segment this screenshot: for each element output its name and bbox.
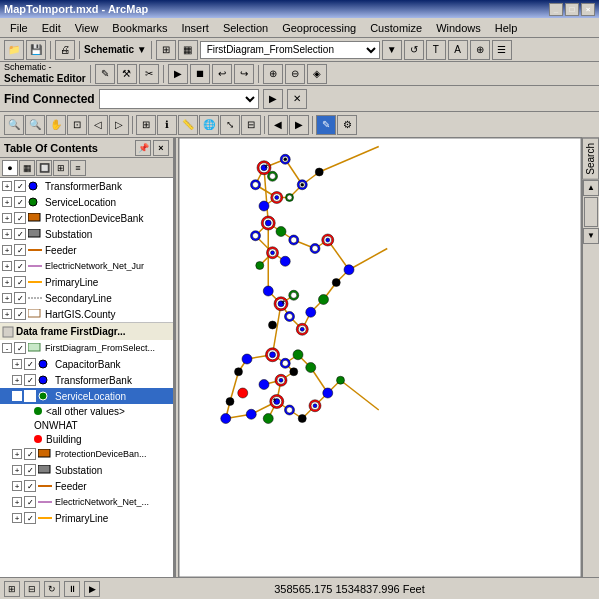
menu-windows[interactable]: Windows — [430, 20, 487, 36]
toc-tb-4[interactable]: ⊞ — [53, 160, 69, 176]
settings-button[interactable]: ⚙ — [337, 115, 357, 135]
tool-btn-5[interactable]: A — [448, 40, 468, 60]
print-button[interactable]: 🖨 — [55, 40, 75, 60]
check-protection[interactable]: ✓ — [14, 212, 26, 224]
menu-selection[interactable]: Selection — [217, 20, 274, 36]
schema-btn-4[interactable]: ▶ — [168, 64, 188, 84]
check-electric[interactable]: ✓ — [14, 260, 26, 272]
status-btn-2[interactable]: ⊟ — [24, 581, 40, 597]
first-diagram-layer[interactable]: - ✓ FirstDiagram_FromSelect... — [0, 340, 173, 356]
close-button[interactable]: × — [581, 3, 595, 16]
menu-customize[interactable]: Customize — [364, 20, 428, 36]
service-location-sub[interactable]: - ✓ ServiceLocation — [0, 388, 173, 404]
edit-button[interactable]: ✎ — [316, 115, 336, 135]
forward-extent-button[interactable]: ▷ — [109, 115, 129, 135]
scroll-down[interactable]: ▼ — [583, 228, 599, 244]
menu-file[interactable]: File — [4, 20, 34, 36]
substation-sub[interactable]: + ✓ Substation — [0, 462, 173, 478]
maximize-button[interactable]: □ — [565, 3, 579, 16]
schema-btn-9[interactable]: ⊖ — [285, 64, 305, 84]
expand-substation-sub[interactable]: + — [12, 465, 22, 475]
check-feeder-sub[interactable]: ✓ — [24, 480, 36, 492]
zoom-selected[interactable]: ⊞ — [136, 115, 156, 135]
primary-line-sub[interactable]: + ✓ PrimaryLine — [0, 510, 173, 526]
menu-bookmarks[interactable]: Bookmarks — [106, 20, 173, 36]
diagram-combo[interactable]: FirstDiagram_FromSelection — [200, 41, 380, 59]
expand-service[interactable]: + — [2, 197, 12, 207]
layer-feeder[interactable]: + ✓ Feeder — [0, 242, 173, 258]
fit-button[interactable]: ⊟ — [241, 115, 261, 135]
layer-primary-line[interactable]: + ✓ PrimaryLine — [0, 274, 173, 290]
pan-button[interactable]: ✋ — [46, 115, 66, 135]
expand-protection[interactable]: + — [2, 213, 12, 223]
feeder-sub[interactable]: + ✓ Feeder — [0, 478, 173, 494]
find-connected-clear[interactable]: ✕ — [287, 89, 307, 109]
toc-tb-5[interactable]: ≡ — [70, 160, 86, 176]
prev-button[interactable]: ◀ — [268, 115, 288, 135]
check-transformer[interactable]: ✓ — [14, 180, 26, 192]
schema-btn-7[interactable]: ↪ — [234, 64, 254, 84]
back-extent-button[interactable]: ◁ — [88, 115, 108, 135]
layer-electric-net[interactable]: + ✓ ElectricNetwork_Net_Jur — [0, 258, 173, 274]
status-btn-1[interactable]: ⊞ — [4, 581, 20, 597]
check-service[interactable]: ✓ — [14, 196, 26, 208]
schema-btn-3[interactable]: ✂ — [139, 64, 159, 84]
layer-service-location[interactable]: + ✓ ServiceLocation — [0, 194, 173, 210]
menu-view[interactable]: View — [69, 20, 105, 36]
open-button[interactable]: 📁 — [4, 40, 24, 60]
scroll-up[interactable]: ▲ — [583, 180, 599, 196]
full-extent-button[interactable]: ⊡ — [67, 115, 87, 135]
schema-btn-2[interactable]: ⚒ — [117, 64, 137, 84]
check-substation-sub[interactable]: ✓ — [24, 464, 36, 476]
expand-protection-sub[interactable]: + — [12, 449, 22, 459]
expand-first-diagram[interactable]: - — [2, 343, 12, 353]
zoom-out-button[interactable]: 🔍 — [25, 115, 45, 135]
expand-secondary[interactable]: + — [2, 293, 12, 303]
toc-tb-3[interactable]: 🔲 — [36, 160, 52, 176]
tool-btn-4[interactable]: T — [426, 40, 446, 60]
layer-transformer-bank[interactable]: + ✓ TransformerBank — [0, 178, 173, 194]
tool-btn-1[interactable]: ⊞ — [156, 40, 176, 60]
menu-insert[interactable]: Insert — [175, 20, 215, 36]
tool-btn-6[interactable]: ⊕ — [470, 40, 490, 60]
schema-btn-10[interactable]: ◈ — [307, 64, 327, 84]
schematic-dropdown-label[interactable]: Schematic ▼ — [84, 44, 147, 55]
check-substation[interactable]: ✓ — [14, 228, 26, 240]
expand-electric-sub[interactable]: + — [12, 497, 22, 507]
toc-body[interactable]: + ✓ TransformerBank + ✓ ServiceLocation … — [0, 178, 173, 577]
check-secondary[interactable]: ✓ — [14, 292, 26, 304]
check-hartgis[interactable]: ✓ — [14, 308, 26, 320]
toc-tb-2[interactable]: ▦ — [19, 160, 35, 176]
expand-transformer[interactable]: + — [2, 181, 12, 191]
schema-btn-8[interactable]: ⊕ — [263, 64, 283, 84]
scale-button[interactable]: ⤡ — [220, 115, 240, 135]
schema-btn-6[interactable]: ↩ — [212, 64, 232, 84]
check-capacitor[interactable]: ✓ — [24, 358, 36, 370]
toc-tb-1[interactable]: ● — [2, 160, 18, 176]
search-tab[interactable]: Search — [582, 138, 599, 180]
layer-substation[interactable]: + ✓ Substation — [0, 226, 173, 242]
expand-capacitor[interactable]: + — [12, 359, 22, 369]
toc-options[interactable]: × — [153, 140, 169, 156]
schema-btn-5[interactable]: ⏹ — [190, 64, 210, 84]
capacitor-bank-layer[interactable]: + ✓ CapacitorBank — [0, 356, 173, 372]
minimize-button[interactable]: _ — [549, 3, 563, 16]
protection-device-sub[interactable]: + ✓ ProtectionDeviceBan... — [0, 446, 173, 462]
expand-hartgis[interactable]: + — [2, 309, 12, 319]
menu-geoprocessing[interactable]: Geoprocessing — [276, 20, 362, 36]
combo-arrow[interactable]: ▼ — [382, 40, 402, 60]
menu-edit[interactable]: Edit — [36, 20, 67, 36]
tool-btn-7[interactable]: ☰ — [492, 40, 512, 60]
expand-transformer-sub[interactable]: + — [12, 375, 22, 385]
expand-feeder[interactable]: + — [2, 245, 12, 255]
check-first-diagram[interactable]: ✓ — [14, 342, 26, 354]
map-area[interactable]: *** — [179, 138, 581, 577]
check-primary-sub[interactable]: ✓ — [24, 512, 36, 524]
vertical-scrollbar[interactable]: ▲ ▼ — [582, 180, 599, 577]
expand-service-sub[interactable]: - — [12, 391, 22, 401]
identify-button[interactable]: ℹ — [157, 115, 177, 135]
find-connected-go[interactable]: ▶ — [263, 89, 283, 109]
status-btn-3[interactable]: ▶ — [84, 581, 100, 597]
check-service-sub[interactable]: ✓ — [24, 390, 36, 402]
pause-btn[interactable]: ⏸ — [64, 581, 80, 597]
